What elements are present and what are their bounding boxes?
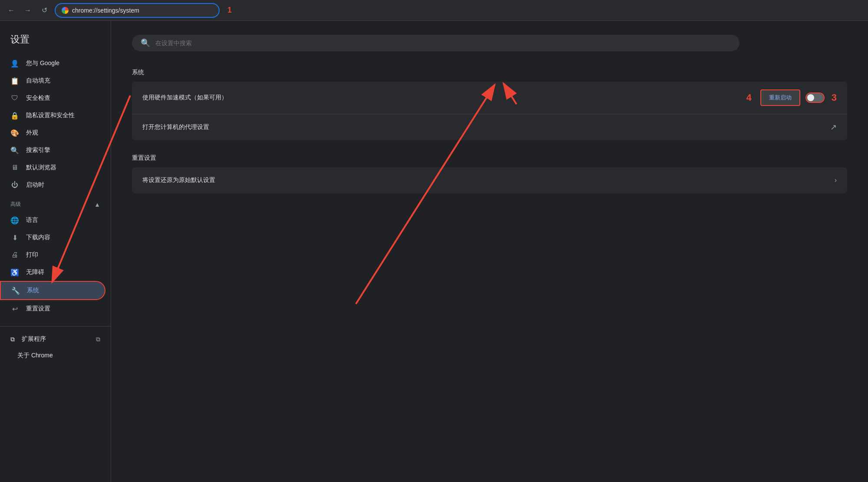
sidebar-label-language: 语言 [26,216,38,224]
wrench-icon: 🔧 [11,286,20,295]
forward-button[interactable]: → [22,4,34,17]
browser-chrome-bar: ← → ↺ 1 [0,0,868,21]
sidebar-label-safety: 安全检查 [26,94,50,102]
address-bar[interactable] [55,3,220,18]
print-icon: 🖨 [10,251,19,259]
proxy-row: 打开您计算机的代理设置 ↗ [132,114,847,140]
back-button[interactable]: ← [5,4,17,17]
sidebar-item-downloads[interactable]: ⬇ 下载内容 [0,229,105,246]
shield-icon: 🛡 [10,94,19,102]
sidebar-label-search: 搜索引擎 [26,146,50,154]
restart-button[interactable]: 重新启动 [760,89,800,106]
sidebar-label-default-browser: 默认浏览器 [26,164,56,172]
reset-settings-card: 将设置还原为原始默认设置 › [132,167,847,193]
sidebar: 设置 👤 您与 Google 📋 自动填充 🛡 安全检查 🔒 隐私设置和安全性 … [0,21,111,482]
advanced-label: 高级 [10,201,21,208]
sidebar-item-appearance[interactable]: 🎨 外观 [0,124,105,142]
sidebar-label-extensions: 扩展程序 [22,335,46,343]
sidebar-item-print[interactable]: 🖨 打印 [0,246,105,264]
step4-annotation: 4 [746,92,752,103]
sidebar-label-reset: 重置设置 [26,305,50,313]
appearance-icon: 🎨 [10,129,19,137]
address-input[interactable] [72,7,213,14]
hardware-accel-toggle[interactable] [806,93,824,102]
refresh-button[interactable]: ↺ [38,4,50,17]
sidebar-label-downloads: 下载内容 [26,234,50,241]
sidebar-item-search[interactable]: 🔍 搜索引擎 [0,142,105,159]
accessibility-icon: ♿ [10,268,19,277]
proxy-label: 打开您计算机的代理设置 [142,123,830,131]
sidebar-label-accessibility: 无障碍 [26,268,44,276]
sidebar-label-google-account: 您与 Google [26,59,59,67]
power-icon: ⏻ [10,181,19,189]
site-icon [62,7,69,14]
proxy-actions: ↗ [830,122,837,132]
sidebar-bottom: ⧉ 扩展程序 ⧉ 关于 Chrome [0,326,111,364]
chevron-up-icon: ▲ [94,201,100,208]
extensions-icon: ⧉ [10,336,15,343]
content-area: 🔍 系统 使用硬件加速模式（如果可用） 4 重新启动 3 [111,21,868,482]
sidebar-item-language[interactable]: 🌐 语言 [0,211,105,229]
hardware-accel-row: 使用硬件加速模式（如果可用） 4 重新启动 3 [132,82,847,114]
search-icon: 🔍 [10,146,19,155]
hardware-accel-toggle-wrapper [806,92,825,103]
system-settings-card: 使用硬件加速模式（如果可用） 4 重新启动 3 打开您计算机的代理设置 ↗ [132,82,847,140]
sidebar-item-safety[interactable]: 🛡 安全检查 [0,89,105,107]
person-icon: 👤 [10,59,19,68]
main-layout: 设置 👤 您与 Google 📋 自动填充 🛡 安全检查 🔒 隐私设置和安全性 … [0,21,868,482]
search-input[interactable] [155,40,731,46]
restore-defaults-row[interactable]: 将设置还原为原始默认设置 › [132,167,847,193]
hardware-accel-label: 使用硬件加速模式（如果可用） [142,94,746,102]
sidebar-item-about[interactable]: 关于 Chrome [0,347,111,364]
reset-section-title: 重置设置 [132,154,847,162]
sidebar-item-system[interactable]: 🔧 系统 [0,281,105,300]
sidebar-label-appearance: 外观 [26,129,38,137]
sidebar-label-about: 关于 Chrome [17,352,53,360]
search-bar: 🔍 [132,35,740,51]
hardware-accel-actions: 4 重新启动 3 [746,89,837,106]
sidebar-label-autofill: 自动填充 [26,77,50,85]
download-icon: ⬇ [10,233,19,242]
sidebar-item-autofill[interactable]: 📋 自动填充 [0,72,105,89]
browser-icon: 🖥 [10,163,19,172]
sidebar-label-privacy: 隐私设置和安全性 [26,112,75,119]
advanced-section-header[interactable]: 高级 ▲ [0,194,111,211]
sidebar-item-extensions[interactable]: ⧉ 扩展程序 ⧉ [0,331,111,347]
sidebar-title: 设置 [0,30,111,55]
language-icon: 🌐 [10,216,19,224]
sidebar-item-default-browser[interactable]: 🖥 默认浏览器 [0,159,105,176]
autofill-icon: 📋 [10,76,19,85]
sidebar-label-print: 打印 [26,251,38,259]
proxy-external-link-icon[interactable]: ↗ [830,122,837,132]
sidebar-label-system: 系统 [27,287,39,294]
reset-icon: ↩ [10,304,19,313]
step1-annotation: 1 [227,6,232,15]
sidebar-item-reset[interactable]: ↩ 重置设置 [0,300,105,317]
sidebar-item-startup[interactable]: ⏻ 启动时 [0,176,105,194]
sidebar-item-accessibility[interactable]: ♿ 无障碍 [0,264,105,281]
search-icon: 🔍 [141,38,150,48]
toggle-thumb [807,94,814,101]
system-section-title: 系统 [132,69,847,76]
sidebar-item-google-account[interactable]: 👤 您与 Google [0,55,105,72]
step3-annotation: 3 [832,92,837,103]
restore-defaults-label: 将设置还原为原始默认设置 [142,176,835,184]
sidebar-item-privacy[interactable]: 🔒 隐私设置和安全性 [0,107,105,124]
external-link-icon: ⧉ [96,336,100,343]
chevron-right-icon: › [835,176,837,184]
sidebar-label-startup: 启动时 [26,181,44,189]
lock-icon: 🔒 [10,111,19,120]
